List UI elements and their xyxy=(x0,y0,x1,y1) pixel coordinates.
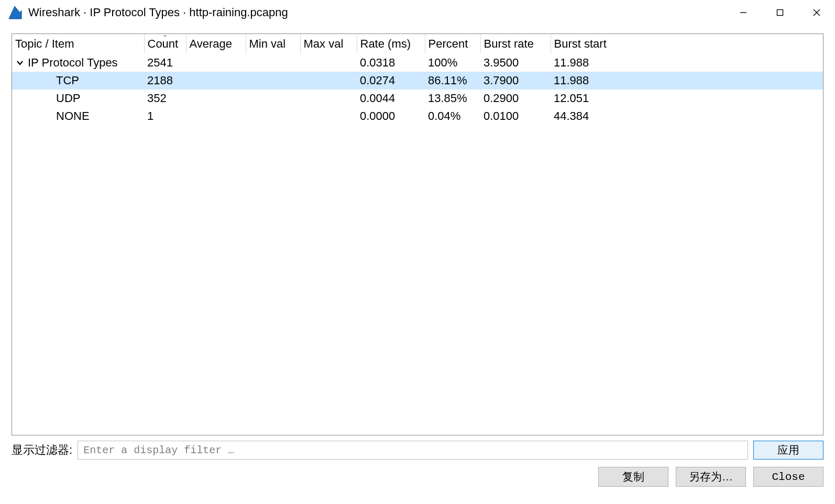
table-cell xyxy=(300,89,357,107)
close-button[interactable]: Close xyxy=(753,467,823,487)
window-controls xyxy=(725,0,835,25)
table-cell: 0.0318 xyxy=(357,54,425,72)
table-cell: 2541 xyxy=(144,54,186,72)
table-cell: 100% xyxy=(425,54,480,72)
table-cell: 1 xyxy=(144,107,186,125)
table-row[interactable]: NONE10.00000.04%0.010044.384 xyxy=(12,107,823,125)
table-cell xyxy=(300,72,357,89)
maximize-button[interactable] xyxy=(762,0,798,25)
table-cell xyxy=(186,89,246,107)
col-header-minval[interactable]: Min val xyxy=(246,34,300,54)
table-cell-topic: NONE xyxy=(12,107,144,125)
table-cell: 2188 xyxy=(144,72,186,89)
table-cell: 13.85% xyxy=(425,89,480,107)
topic-label: IP Protocol Types xyxy=(28,56,118,70)
table-cell: 12.051 xyxy=(551,89,823,107)
display-filter-input[interactable] xyxy=(78,441,748,460)
table-cell: 0.2900 xyxy=(480,89,551,107)
apply-button[interactable]: 应用 xyxy=(753,441,823,460)
table-row[interactable]: TCP21880.027486.11%3.790011.988 xyxy=(12,72,823,89)
table-cell: 0.0000 xyxy=(357,107,425,125)
table-cell xyxy=(246,72,300,89)
wireshark-icon xyxy=(8,5,22,20)
close-window-button[interactable] xyxy=(798,0,835,25)
minimize-button[interactable] xyxy=(725,0,762,25)
dialog-buttons: 复制 另存为… Close xyxy=(0,460,835,487)
minimize-icon xyxy=(740,9,747,16)
table-cell xyxy=(246,54,300,72)
table-cell xyxy=(300,107,357,125)
table-cell: 0.0044 xyxy=(357,89,425,107)
copy-button[interactable]: 复制 xyxy=(598,467,668,487)
table-header-row: Topic / Item ⌄Count Average Min val Max … xyxy=(12,34,823,54)
col-header-rate[interactable]: Rate (ms) xyxy=(357,34,425,54)
table-cell xyxy=(246,107,300,125)
sort-indicator-icon: ⌄ xyxy=(162,34,168,38)
table-cell: 3.9500 xyxy=(480,54,551,72)
col-header-burst-rate[interactable]: Burst rate xyxy=(480,34,551,54)
col-header-topic[interactable]: Topic / Item xyxy=(12,34,144,54)
col-header-percent[interactable]: Percent xyxy=(425,34,480,54)
table-cell: 0.0274 xyxy=(357,72,425,89)
maximize-icon xyxy=(776,9,784,16)
table-cell: 0.04% xyxy=(425,107,480,125)
content-area: Topic / Item ⌄Count Average Min val Max … xyxy=(0,25,835,435)
table-cell: 0.0100 xyxy=(480,107,551,125)
table-cell: 3.7900 xyxy=(480,72,551,89)
col-header-average[interactable]: Average xyxy=(186,34,246,54)
table-cell: 44.384 xyxy=(551,107,823,125)
col-header-count-label: Count xyxy=(148,37,179,50)
table-cell xyxy=(186,54,246,72)
filter-row: 显示过滤器: 应用 xyxy=(0,435,835,460)
table-cell-topic: TCP xyxy=(12,72,144,89)
table-row[interactable]: UDP3520.004413.85%0.290012.051 xyxy=(12,89,823,107)
table-cell xyxy=(300,54,357,72)
stats-table-container: Topic / Item ⌄Count Average Min val Max … xyxy=(12,33,823,435)
close-icon xyxy=(813,9,820,16)
window-title: Wireshark · IP Protocol Types · http-rai… xyxy=(28,6,725,19)
table-cell-topic: UDP xyxy=(12,89,144,107)
table-cell: 11.988 xyxy=(551,72,823,89)
table-cell xyxy=(186,72,246,89)
save-as-button[interactable]: 另存为… xyxy=(676,467,746,487)
stats-table: Topic / Item ⌄Count Average Min val Max … xyxy=(12,34,823,125)
table-cell xyxy=(246,89,300,107)
col-header-burst-start[interactable]: Burst start xyxy=(551,34,823,54)
svg-rect-1 xyxy=(777,10,783,16)
table-cell xyxy=(186,107,246,125)
col-header-maxval[interactable]: Max val xyxy=(300,34,357,54)
titlebar: Wireshark · IP Protocol Types · http-rai… xyxy=(0,0,835,25)
table-cell: 352 xyxy=(144,89,186,107)
table-cell: 11.988 xyxy=(551,54,823,72)
table-cell-topic: IP Protocol Types xyxy=(12,54,144,72)
expander-icon[interactable] xyxy=(15,59,25,66)
filter-label: 显示过滤器: xyxy=(12,442,72,458)
table-cell: 86.11% xyxy=(425,72,480,89)
table-row-root[interactable]: IP Protocol Types25410.0318100%3.950011.… xyxy=(12,54,823,72)
col-header-count[interactable]: ⌄Count xyxy=(144,34,186,54)
